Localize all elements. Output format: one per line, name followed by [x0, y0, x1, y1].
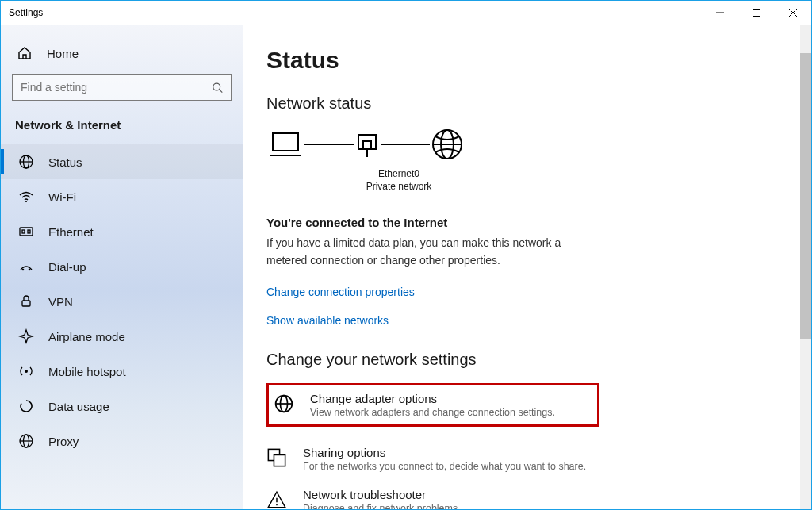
svg-point-13 — [22, 269, 25, 271]
window-title: Settings — [9, 7, 43, 18]
globe-large-icon — [430, 127, 465, 162]
minimize-button[interactable] — [702, 1, 738, 25]
network-diagram — [266, 127, 787, 162]
svg-point-9 — [25, 201, 27, 202]
sidebar-item-proxy[interactable]: Proxy — [1, 424, 243, 458]
sidebar-item-home[interactable]: Home — [12, 39, 232, 74]
sidebar-item-wifi[interactable]: Wi-Fi — [1, 179, 243, 214]
connected-description: If you have a limited data plan, you can… — [266, 234, 599, 270]
option-change-adapter[interactable]: Change adapter options View network adap… — [274, 389, 592, 421]
sidebar-item-label: Airplane mode — [48, 330, 125, 343]
content-pane: Status Network status Ethernet0 Private … — [243, 25, 811, 509]
svg-point-16 — [25, 370, 28, 373]
svg-point-14 — [29, 269, 31, 271]
sidebar-item-label: Ethernet — [48, 225, 94, 239]
search-input[interactable] — [12, 74, 232, 101]
vpn-icon — [18, 293, 34, 309]
svg-rect-1 — [753, 10, 760, 17]
sidebar-item-label: Dial-up — [48, 260, 86, 274]
warning-icon — [266, 489, 289, 509]
sidebar-item-label: Data usage — [48, 400, 109, 413]
sidebar-section-label: Network & Internet — [12, 118, 232, 144]
svg-rect-20 — [273, 133, 298, 151]
change-settings-heading: Change your network settings — [266, 351, 787, 369]
close-icon — [789, 9, 797, 17]
diagram-labels: Ethernet0 Private network — [355, 168, 442, 192]
sharing-icon — [266, 447, 289, 470]
option-troubleshooter[interactable]: Network troubleshooter Diagnose and fix … — [266, 480, 599, 509]
sidebar-item-label: Status — [48, 155, 82, 169]
window-controls — [702, 1, 811, 25]
globe-icon — [18, 433, 34, 449]
sidebar-item-hotspot[interactable]: Mobile hotspot — [1, 354, 243, 389]
maximize-button[interactable] — [738, 1, 775, 25]
link-show-available-networks[interactable]: Show available networks — [266, 314, 389, 327]
sidebar-item-status[interactable]: Status — [1, 144, 243, 179]
sidebar-item-ethernet[interactable]: Ethernet — [1, 214, 243, 249]
scrollbar[interactable] — [800, 25, 811, 509]
sidebar-item-label: Proxy — [48, 435, 79, 448]
svg-rect-15 — [22, 301, 30, 306]
connection-name: Ethernet0 — [355, 168, 442, 179]
page-title: Status — [266, 47, 787, 74]
network-status-heading: Network status — [266, 94, 787, 113]
dialup-icon — [18, 259, 34, 274]
search-field[interactable] — [21, 81, 212, 94]
sidebar-home-label: Home — [47, 47, 79, 60]
option-title: Change adapter options — [310, 392, 555, 405]
close-button[interactable] — [775, 1, 811, 25]
svg-rect-11 — [22, 230, 25, 233]
option-subtitle: For the networks you connect to, decide … — [303, 461, 586, 472]
link-change-connection-properties[interactable]: Change connection properties — [266, 286, 415, 298]
maximize-icon — [753, 9, 760, 17]
search-icon — [212, 82, 223, 94]
diagram-line — [304, 144, 354, 145]
svg-point-4 — [213, 83, 220, 90]
minimize-icon — [716, 9, 724, 17]
sidebar-item-label: Wi-Fi — [48, 190, 76, 204]
sidebar-item-datausage[interactable]: Data usage — [1, 389, 243, 424]
router-icon — [354, 128, 381, 160]
network-type: Private network — [355, 181, 442, 192]
option-subtitle: View network adapters and change connect… — [310, 407, 555, 418]
sidebar-item-label: Mobile hotspot — [48, 365, 126, 378]
connected-title: You're connected to the Internet — [266, 216, 787, 229]
scrollbar-thumb[interactable] — [800, 53, 811, 339]
sidebar-item-airplane[interactable]: Airplane mode — [1, 319, 243, 354]
svg-line-5 — [220, 90, 223, 93]
diagram-line — [381, 144, 430, 145]
ethernet-icon — [18, 224, 34, 240]
sidebar: Home Network & Internet Status Wi-Fi — [1, 25, 243, 509]
adapter-icon — [274, 393, 296, 416]
titlebar: Settings — [1, 1, 811, 25]
sidebar-item-vpn[interactable]: VPN — [1, 284, 243, 319]
sidebar-item-dialup[interactable]: Dial-up — [1, 249, 243, 284]
laptop-icon — [266, 128, 304, 160]
globe-icon — [18, 154, 34, 170]
airplane-icon — [18, 328, 34, 344]
highlighted-adapter-option: Change adapter options View network adap… — [266, 383, 599, 427]
sidebar-item-label: VPN — [48, 295, 73, 309]
datausage-icon — [18, 398, 34, 414]
svg-rect-31 — [274, 454, 285, 466]
wifi-icon — [18, 189, 34, 205]
home-icon — [17, 45, 33, 61]
hotspot-icon — [18, 363, 34, 379]
option-title: Network troubleshooter — [303, 488, 461, 501]
option-title: Sharing options — [303, 446, 586, 459]
svg-point-33 — [276, 504, 278, 505]
svg-rect-12 — [28, 230, 30, 233]
svg-rect-22 — [363, 141, 371, 149]
option-sharing[interactable]: Sharing options For the networks you con… — [266, 438, 599, 480]
option-subtitle: Diagnose and fix network problems. — [303, 503, 461, 509]
